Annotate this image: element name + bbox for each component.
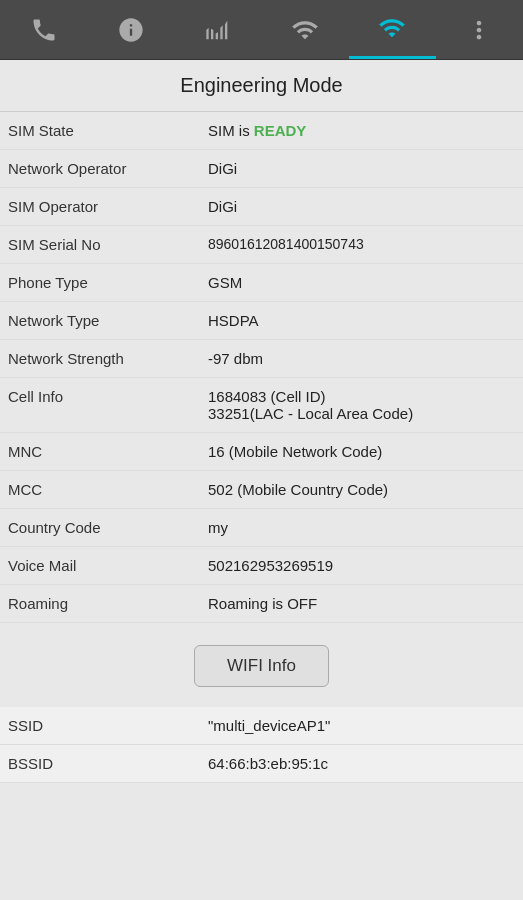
roaming-label: Roaming xyxy=(8,595,208,612)
ssid-value: "multi_deviceAP1" xyxy=(208,717,515,734)
network-strength-row: Network Strength -97 dbm xyxy=(0,340,523,378)
ssid-label: SSID xyxy=(8,717,208,734)
mnc-value: 16 (Mobile Network Code) xyxy=(208,443,515,460)
chart-tab[interactable] xyxy=(174,0,261,59)
signal-tab[interactable] xyxy=(262,0,349,59)
bssid-row: BSSID 64:66:b3:eb:95:1c xyxy=(0,745,523,783)
roaming-value: Roaming is OFF xyxy=(208,595,515,612)
sim-state-prefix: SIM is xyxy=(208,122,254,139)
page-title: Engineering Mode xyxy=(0,60,523,112)
roaming-row: Roaming Roaming is OFF xyxy=(0,585,523,623)
network-type-value: HSDPA xyxy=(208,312,515,329)
network-type-row: Network Type HSDPA xyxy=(0,302,523,340)
wifi-btn-container: WIFI Info xyxy=(0,623,523,707)
network-operator-row: Network Operator DiGi xyxy=(0,150,523,188)
phone-type-row: Phone Type GSM xyxy=(0,264,523,302)
cell-info-row: Cell Info 1684083 (Cell ID) 33251(LAC - … xyxy=(0,378,523,433)
sim-state-label: SIM State xyxy=(8,122,208,139)
mcc-value: 502 (Mobile Country Code) xyxy=(208,481,515,498)
phone-type-label: Phone Type xyxy=(8,274,208,291)
sim-state-row: SIM State SIM is READY xyxy=(0,112,523,150)
voice-mail-row: Voice Mail 502162953269519 xyxy=(0,547,523,585)
more-tab[interactable] xyxy=(436,0,523,59)
phone-type-value: GSM xyxy=(208,274,515,291)
sim-state-ready: READY xyxy=(254,122,307,139)
country-code-label: Country Code xyxy=(8,519,208,536)
phone-tab[interactable] xyxy=(0,0,87,59)
cell-info-label: Cell Info xyxy=(8,388,208,405)
sim-serial-value: 89601612081400150743 xyxy=(208,236,515,252)
wifi-section: SSID "multi_deviceAP1" BSSID 64:66:b3:eb… xyxy=(0,707,523,783)
network-operator-label: Network Operator xyxy=(8,160,208,177)
sim-serial-row: SIM Serial No 89601612081400150743 xyxy=(0,226,523,264)
mcc-label: MCC xyxy=(8,481,208,498)
network-operator-value: DiGi xyxy=(208,160,515,177)
network-type-label: Network Type xyxy=(8,312,208,329)
bssid-label: BSSID xyxy=(8,755,208,772)
mcc-row: MCC 502 (Mobile Country Code) xyxy=(0,471,523,509)
sim-operator-row: SIM Operator DiGi xyxy=(0,188,523,226)
country-code-row: Country Code my xyxy=(0,509,523,547)
sim-state-value: SIM is READY xyxy=(208,122,515,139)
country-code-value: my xyxy=(208,519,515,536)
info-section: SIM State SIM is READY Network Operator … xyxy=(0,112,523,623)
mnc-row: MNC 16 (Mobile Network Code) xyxy=(0,433,523,471)
voice-mail-value: 502162953269519 xyxy=(208,557,515,574)
info-tab[interactable] xyxy=(87,0,174,59)
network-strength-label: Network Strength xyxy=(8,350,208,367)
sim-operator-value: DiGi xyxy=(208,198,515,215)
sim-serial-label: SIM Serial No xyxy=(8,236,208,253)
top-nav xyxy=(0,0,523,60)
cell-info-value: 1684083 (Cell ID) 33251(LAC - Local Area… xyxy=(208,388,515,422)
mnc-label: MNC xyxy=(8,443,208,460)
wifi-active-tab[interactable] xyxy=(349,0,436,59)
sim-operator-label: SIM Operator xyxy=(8,198,208,215)
ssid-row: SSID "multi_deviceAP1" xyxy=(0,707,523,745)
wifi-info-button[interactable]: WIFI Info xyxy=(194,645,329,687)
network-strength-value: -97 dbm xyxy=(208,350,515,367)
voice-mail-label: Voice Mail xyxy=(8,557,208,574)
bssid-value: 64:66:b3:eb:95:1c xyxy=(208,755,515,772)
